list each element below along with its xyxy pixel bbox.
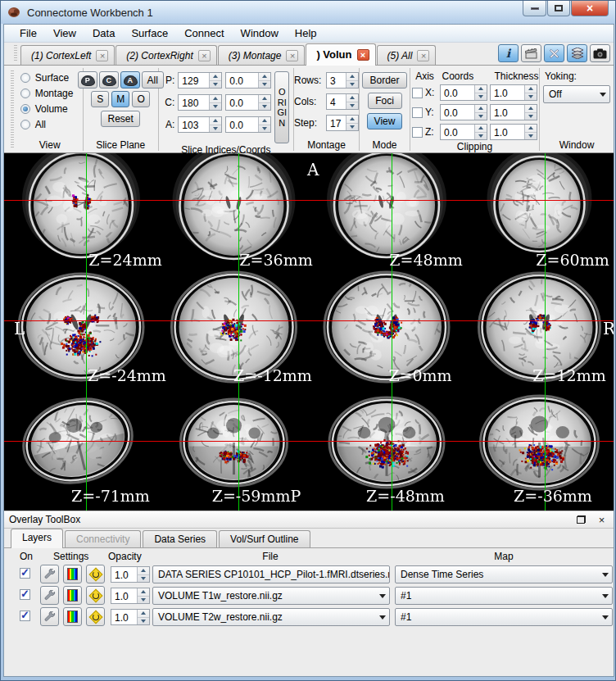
tab-all[interactable]: (5) All × <box>377 45 437 65</box>
volume-montage-view[interactable]: A L R Z=24mm Z=36mm Z=48mm Z=60mm Z=-24m… <box>4 153 614 511</box>
spinner-buttons[interactable] <box>209 95 221 110</box>
tab-close-icon[interactable]: × <box>286 50 298 61</box>
spinner-buttons[interactable] <box>346 73 358 88</box>
montage-rows-spinbox[interactable]: 3 <box>326 72 359 89</box>
spinner-buttons[interactable] <box>346 94 358 109</box>
clip-x-thickness-spinbox[interactable]: 1.0 <box>490 84 537 101</box>
layer-yoke-button[interactable] <box>86 607 105 626</box>
view-radio-all[interactable]: All <box>20 116 79 132</box>
tab-layers[interactable]: Layers <box>11 529 63 548</box>
title-bar[interactable]: Connectome Workbench 1 × <box>1 1 615 24</box>
layer-file-combobox[interactable]: DATA SERIES CP10101_HCP_Pilot-1.fMRI.dts… <box>152 565 390 583</box>
tab-connectivity[interactable]: Connectivity <box>65 530 141 547</box>
view-radio-volume[interactable]: Volume <box>20 101 79 116</box>
spinner-buttons[interactable] <box>137 567 149 582</box>
clip-z-checkbox[interactable] <box>412 127 423 138</box>
reset-button[interactable]: Reset <box>101 111 140 127</box>
layer-map-combobox[interactable]: Dense Time Series <box>395 565 613 583</box>
tab-vol-surf-outline[interactable]: Vol/Surf Outline <box>219 530 310 547</box>
slice-index-a-spinbox[interactable]: 103 <box>178 116 222 133</box>
spinner-buttons[interactable] <box>258 95 270 110</box>
view-radio-montage[interactable]: Montage <box>20 85 79 101</box>
tab-close-icon[interactable]: × <box>357 49 369 61</box>
montage-cols-spinbox[interactable]: 4 <box>326 93 359 110</box>
menu-file[interactable]: File <box>12 25 44 41</box>
layer-on-checkbox[interactable] <box>20 611 30 621</box>
spinner-buttons[interactable] <box>209 73 221 88</box>
layer-map-combobox[interactable]: #1 <box>395 587 613 605</box>
spinner-buttons[interactable] <box>524 85 537 100</box>
plane-parasagittal-button[interactable]: P <box>78 71 97 89</box>
slice-index-c-spinbox[interactable]: 180 <box>178 94 222 111</box>
slice-coord-a-spinbox[interactable]: 0.0 <box>225 116 271 133</box>
tab-close-icon[interactable]: × <box>96 50 108 61</box>
menu-connect[interactable]: Connect <box>177 25 231 41</box>
spinner-buttons[interactable] <box>258 73 270 88</box>
layer-map-combobox[interactable]: #1 <box>395 608 613 626</box>
movie-button[interactable] <box>521 44 541 62</box>
layer-on-checkbox[interactable] <box>20 568 30 579</box>
slice-coord-c-spinbox[interactable]: 0.0 <box>225 94 271 111</box>
spinner-buttons[interactable] <box>524 125 537 139</box>
toolbar-drag-handle[interactable] <box>11 70 14 148</box>
spinner-buttons[interactable] <box>137 588 149 603</box>
montage-step-spinbox[interactable]: 17 <box>326 115 359 131</box>
spinner-buttons[interactable] <box>474 85 487 100</box>
info-button[interactable]: i <box>498 44 519 62</box>
view-radio-surface[interactable]: Surface <box>20 70 79 85</box>
close-button[interactable]: × <box>571 1 609 16</box>
menu-window[interactable]: Window <box>233 25 286 41</box>
spinner-buttons[interactable] <box>474 125 487 139</box>
layers-button[interactable] <box>567 44 587 62</box>
foci-mode-button[interactable]: Foci <box>368 93 402 109</box>
tab-cortexleft[interactable]: (1) CortexLeft × <box>20 45 115 65</box>
capture-button[interactable] <box>590 44 610 62</box>
layer-on-checkbox[interactable] <box>20 589 30 600</box>
layer-file-combobox[interactable]: VOLUME T2w_restore.nii.gz <box>152 608 390 626</box>
layer-colorbar-button[interactable] <box>63 607 82 626</box>
plane-axial-button[interactable]: A <box>120 71 140 89</box>
tab-data-series[interactable]: Data Series <box>143 530 217 547</box>
clip-y-checkbox[interactable] <box>412 107 423 118</box>
spinner-buttons[interactable] <box>209 117 221 132</box>
layer-opacity-spinbox[interactable]: 1.0 <box>111 609 150 625</box>
tools-button[interactable] <box>544 44 564 62</box>
clip-z-coord-spinbox[interactable]: 0.0 <box>440 124 487 140</box>
layer-settings-button[interactable] <box>40 586 59 605</box>
dock-close-button[interactable]: × <box>595 513 609 526</box>
clip-z-thickness-spinbox[interactable]: 1.0 <box>490 124 537 140</box>
clip-x-coord-spinbox[interactable]: 0.0 <box>440 84 487 101</box>
origin-button[interactable]: ORIGIN <box>274 71 289 143</box>
spinner-buttons[interactable] <box>346 116 358 130</box>
spinner-buttons[interactable] <box>137 610 149 624</box>
minimize-button[interactable] <box>523 1 546 16</box>
layer-colorbar-button[interactable] <box>63 586 82 605</box>
layer-settings-button[interactable] <box>40 565 59 583</box>
menu-view[interactable]: View <box>46 25 84 41</box>
spinner-buttons[interactable] <box>474 105 487 120</box>
tab-cortexright[interactable]: (2) CortexRight × <box>116 45 216 65</box>
layer-file-combobox[interactable]: VOLUME T1w_restore.nii.gz <box>152 587 390 605</box>
clip-x-checkbox[interactable] <box>412 88 423 98</box>
layer-colorbar-button[interactable] <box>63 565 82 583</box>
layer-settings-button[interactable] <box>40 607 59 626</box>
tab-close-icon[interactable]: × <box>198 50 211 61</box>
menu-help[interactable]: Help <box>288 25 324 41</box>
projection-s-button[interactable]: S <box>91 91 109 107</box>
menu-data[interactable]: Data <box>85 25 122 41</box>
projection-o-button[interactable]: O <box>132 91 150 107</box>
border-mode-button[interactable]: Border <box>362 72 406 89</box>
clip-y-thickness-spinbox[interactable]: 1.0 <box>490 104 537 120</box>
brain-slices-canvas[interactable] <box>4 153 614 511</box>
layer-yoke-button[interactable] <box>86 586 105 605</box>
tab-montage[interactable]: (3) Montage × <box>218 45 306 65</box>
layer-opacity-spinbox[interactable]: 1.0 <box>111 566 150 583</box>
view-mode-button[interactable]: View <box>367 113 403 129</box>
projection-m-button[interactable]: M <box>111 91 129 107</box>
overlay-toolbox-titlebar[interactable]: Overlay ToolBox × <box>4 511 614 529</box>
yoking-combobox[interactable]: Off <box>543 85 610 103</box>
clip-y-coord-spinbox[interactable]: 0.0 <box>440 104 487 120</box>
spinner-buttons[interactable] <box>258 117 270 132</box>
spinner-buttons[interactable] <box>524 105 537 120</box>
maximize-button[interactable] <box>547 1 570 16</box>
